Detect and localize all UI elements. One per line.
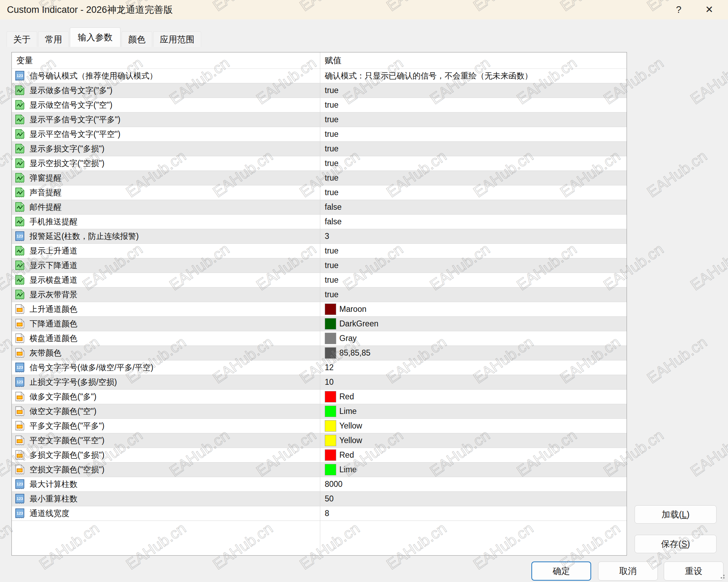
param-value-cell[interactable]: true — [320, 156, 627, 171]
param-value-cell[interactable]: false — [320, 215, 627, 229]
param-label: 通道线宽度 — [25, 508, 69, 519]
param-value-cell[interactable]: Gray — [320, 331, 627, 346]
param-value: true — [325, 115, 339, 124]
table-row[interactable]: 多损文字颜色("多损")Red — [12, 448, 627, 463]
table-row[interactable]: 空损文字颜色("空损")Lime — [12, 463, 627, 477]
param-value-cell[interactable]: Yellow — [320, 433, 627, 448]
param-value-cell[interactable]: true — [320, 142, 627, 156]
close-icon[interactable]: ✕ — [700, 0, 718, 19]
param-label: 显示空损文字("空损") — [25, 158, 105, 169]
table-row[interactable]: 123最小重算柱数50 — [12, 492, 627, 506]
param-value-cell[interactable]: Yellow — [320, 419, 627, 433]
param-value-cell[interactable]: Red — [320, 390, 627, 404]
table-row[interactable]: 横盘通道颜色Gray — [12, 331, 627, 346]
watermark-text: EAHub.cn — [644, 147, 710, 201]
table-row[interactable]: 显示多损文字("多损")true — [12, 142, 627, 156]
table-row[interactable]: 显示灰带背景true — [12, 288, 627, 302]
table-row[interactable]: 123报警延迟(柱数，防止连续报警)3 — [12, 229, 627, 244]
param-value-cell[interactable]: true — [320, 273, 627, 287]
param-value-cell[interactable]: true — [320, 127, 627, 141]
param-variable-cell: 显示多损文字("多损") — [12, 142, 320, 156]
param-label: 显示做空信号文字("空") — [25, 100, 113, 110]
param-value-cell[interactable]: true — [320, 258, 627, 273]
param-value-cell[interactable]: true — [320, 113, 627, 127]
table-row[interactable]: 显示横盘通道true — [12, 273, 627, 288]
table-row[interactable]: 下降通道颜色DarkGreen — [12, 317, 627, 331]
save-button-label: 保存( — [661, 539, 681, 549]
param-value-cell[interactable]: 8 — [320, 506, 627, 521]
tab-关于[interactable]: 关于 — [7, 31, 37, 47]
param-variable-cell: 显示平空信号文字("平空") — [12, 127, 320, 141]
tab-颜色[interactable]: 颜色 — [122, 31, 152, 47]
param-label: 平空文字颜色("平空") — [25, 435, 105, 446]
resize-grip[interactable] — [720, 574, 725, 579]
color-swatch — [325, 435, 336, 446]
color-icon — [15, 318, 25, 330]
save-button-label-end: ) — [687, 539, 690, 549]
param-variable-cell: 上升通道颜色 — [12, 302, 320, 316]
svg-text:123: 123 — [17, 497, 23, 501]
table-row[interactable]: 123信号文字字号(做多/做空/平多/平空)12 — [12, 360, 627, 375]
table-row[interactable]: 上升通道颜色Maroon — [12, 302, 627, 317]
param-value-cell[interactable]: true — [320, 83, 627, 98]
table-row[interactable]: 平空文字颜色("平空")Yellow — [12, 433, 627, 448]
help-icon[interactable]: ? — [670, 0, 688, 19]
table-row[interactable]: 做空文字颜色("空")Lime — [12, 404, 627, 419]
table-row[interactable]: 手机推送提醒false — [12, 215, 627, 229]
param-value-cell[interactable]: 50 — [320, 492, 627, 506]
table-row[interactable]: 显示做多信号文字("多")true — [12, 83, 627, 98]
param-value-cell[interactable]: 确认模式：只显示已确认的信号，不会重绘（无未来函数） — [320, 69, 627, 83]
save-button[interactable]: 保存(S) — [635, 535, 717, 553]
table-row[interactable]: 显示做空信号文字("空")true — [12, 98, 627, 113]
param-value-cell[interactable]: 12 — [320, 360, 627, 375]
param-value-cell[interactable]: 85,85,85 — [320, 346, 627, 360]
param-value-cell[interactable]: false — [320, 200, 627, 214]
param-label: 显示平空信号文字("平空") — [25, 129, 121, 140]
table-row[interactable]: 123最大计算柱数8000 — [12, 477, 627, 492]
param-value-cell[interactable]: true — [320, 185, 627, 200]
table-row[interactable]: 显示空损文字("空损")true — [12, 156, 627, 171]
table-row[interactable]: 声音提醒true — [12, 185, 627, 200]
param-value: 12 — [325, 363, 334, 372]
param-value-cell[interactable]: Maroon — [320, 302, 627, 316]
param-value-cell[interactable]: DarkGreen — [320, 317, 627, 331]
table-row[interactable]: 平多文字颜色("平多")Yellow — [12, 419, 627, 433]
param-value-cell[interactable]: true — [320, 244, 627, 258]
param-variable-cell: 显示下降通道 — [12, 258, 320, 273]
boolean-icon — [15, 275, 25, 286]
table-row[interactable]: 灰带颜色85,85,85 — [12, 346, 627, 360]
param-value-cell[interactable]: 10 — [320, 375, 627, 389]
param-value-cell[interactable]: 3 — [320, 229, 627, 243]
param-value-cell[interactable]: Lime — [320, 463, 627, 477]
table-row[interactable]: 弹窗提醒true — [12, 171, 627, 185]
param-value-cell[interactable]: Red — [320, 448, 627, 462]
tab-输入参数[interactable]: 输入参数 — [70, 27, 121, 47]
load-button[interactable]: 加载(L) — [635, 505, 717, 524]
table-row[interactable]: 显示平多信号文字("平多")true — [12, 113, 627, 127]
param-value-cell[interactable]: Lime — [320, 404, 627, 418]
param-value: 确认模式：只显示已确认的信号，不会重绘（无未来函数） — [325, 70, 532, 81]
cancel-button[interactable]: 取消 — [598, 562, 658, 581]
tab-应用范围[interactable]: 应用范围 — [153, 31, 201, 47]
param-label: 上升通道颜色 — [25, 304, 77, 315]
param-label: 信号文字字号(做多/做空/平多/平空) — [25, 362, 154, 373]
reset-button[interactable]: 重设 — [664, 562, 723, 581]
param-value-cell[interactable]: 8000 — [320, 477, 627, 491]
table-row[interactable]: 123止损文字字号(多损/空损)10 — [12, 375, 627, 390]
table-row[interactable]: 显示平空信号文字("平空")true — [12, 127, 627, 142]
param-variable-cell: 做空文字颜色("空") — [12, 404, 320, 418]
table-row[interactable]: 显示上升通道true — [12, 244, 627, 258]
table-row[interactable]: 显示下降通道true — [12, 258, 627, 273]
table-row[interactable]: 邮件提醒false — [12, 200, 627, 215]
table-row[interactable]: 123通道线宽度8 — [12, 506, 627, 521]
table-row[interactable]: 123信号确认模式（推荐使用确认模式）确认模式：只显示已确认的信号，不会重绘（无… — [12, 69, 627, 83]
param-value-cell[interactable]: true — [320, 98, 627, 112]
param-value-cell[interactable]: true — [320, 288, 627, 302]
table-row[interactable]: 做多文字颜色("多")Red — [12, 390, 627, 404]
param-value-cell[interactable]: true — [320, 171, 627, 185]
ok-button[interactable]: 确定 — [531, 562, 591, 581]
param-label: 最大计算柱数 — [25, 479, 77, 490]
param-label: 信号确认模式（推荐使用确认模式） — [25, 70, 157, 81]
tab-常用[interactable]: 常用 — [38, 31, 69, 47]
param-value: DarkGreen — [339, 319, 378, 329]
